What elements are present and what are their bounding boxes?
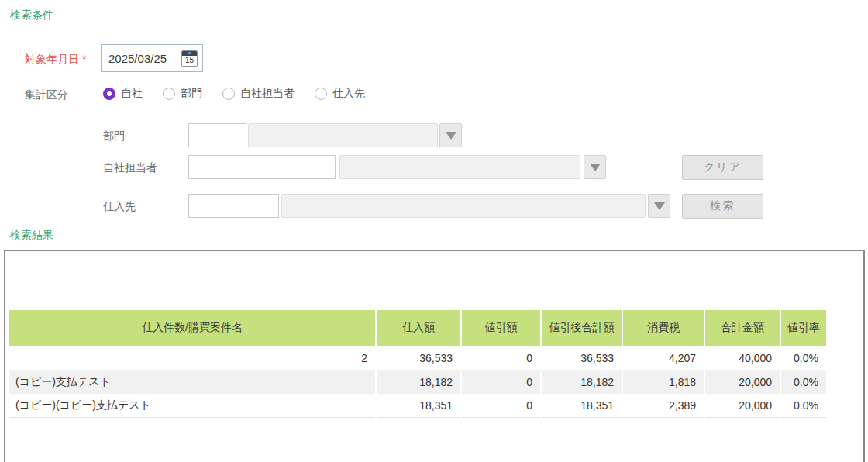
radio-label: 自社 xyxy=(121,87,143,101)
cell-after-discount: 36,533 xyxy=(542,346,622,370)
cell-after-discount: 18,351 xyxy=(542,394,622,418)
cell-purchase-amount: 36,533 xyxy=(377,346,460,370)
section-divider xyxy=(0,29,868,29)
clear-button[interactable]: クリア xyxy=(682,155,763,180)
cell-discount: 0 xyxy=(462,346,540,370)
table-row[interactable]: (コピー)(コピー)支払テスト 18,351 0 18,351 2,389 20… xyxy=(9,394,826,418)
cell-total: 20,000 xyxy=(705,394,780,418)
radio-unselected-icon[interactable] xyxy=(163,88,175,100)
radio-label: 部門 xyxy=(181,87,202,101)
cell-discount-rate: 0.0% xyxy=(781,346,826,370)
dropdown-arrow-icon xyxy=(590,164,601,171)
column-header-discount: 値引額 xyxy=(462,310,540,346)
staff-label: 自社担当者 xyxy=(103,161,157,175)
cell-total: 40,000 xyxy=(705,346,780,370)
supplier-label: 仕入先 xyxy=(103,200,136,214)
category-label: 集計区分 xyxy=(25,88,68,102)
radio-unselected-icon[interactable] xyxy=(315,88,327,100)
cell-purchase-amount: 18,182 xyxy=(377,370,460,394)
staff-code-input[interactable] xyxy=(188,155,336,179)
search-button[interactable]: 検索 xyxy=(682,194,763,219)
column-header-purchase-amount: 仕入額 xyxy=(377,310,460,346)
table-row-summary[interactable]: 2 36,533 0 36,533 4,207 40,000 0.0% xyxy=(9,346,826,370)
cell-discount: 0 xyxy=(462,370,540,394)
date-input[interactable]: 2025/03/25 15 xyxy=(101,44,203,72)
radio-label: 仕入先 xyxy=(332,87,365,101)
cell-count: 2 xyxy=(9,346,375,370)
supplier-name-display xyxy=(281,194,646,218)
cell-case-name: (コピー)(コピー)支払テスト xyxy=(9,394,375,418)
supplier-code-input[interactable] xyxy=(188,194,279,218)
app-page: 検索条件 対象年月日 * 2025/03/25 15 集計区分 自社 部門 自社… xyxy=(0,0,868,462)
dropdown-arrow-icon xyxy=(446,132,456,140)
column-header-total: 合計金額 xyxy=(705,310,780,346)
cell-purchase-amount: 18,351 xyxy=(377,394,460,418)
table-header-row: 仕入件数/購買案件名 仕入額 値引額 値引後合計額 消費税 合計金額 値引率 xyxy=(9,310,826,346)
cell-discount-rate: 0.0% xyxy=(781,394,826,418)
radio-option-own-company[interactable]: 自社 xyxy=(103,87,143,101)
category-radio-group: 自社 部門 自社担当者 仕入先 xyxy=(103,87,365,101)
cell-tax: 1,818 xyxy=(623,370,704,394)
date-label-text: 対象年月日 xyxy=(25,53,79,65)
cell-after-discount: 18,182 xyxy=(542,370,622,394)
cell-discount-rate: 0.0% xyxy=(781,370,826,394)
calendar-icon-dot xyxy=(188,52,191,54)
staff-name-display xyxy=(339,155,580,179)
cell-tax: 4,207 xyxy=(623,346,704,370)
calendar-icon[interactable]: 15 xyxy=(181,50,198,67)
radio-label: 自社担当者 xyxy=(240,87,294,101)
cell-discount: 0 xyxy=(462,394,540,418)
required-mark: * xyxy=(82,53,86,65)
radio-option-department[interactable]: 部門 xyxy=(163,87,202,101)
results-panel: 仕入件数/購買案件名 仕入額 値引額 値引後合計額 消費税 合計金額 値引率 2… xyxy=(4,250,865,462)
date-label: 対象年月日 * xyxy=(25,53,86,67)
cell-total: 20,000 xyxy=(705,370,780,394)
search-conditions-title: 検索条件 xyxy=(10,9,53,22)
department-label: 部門 xyxy=(103,129,125,143)
staff-dropdown-button[interactable] xyxy=(584,155,606,179)
department-name-display xyxy=(248,123,438,147)
radio-option-supplier[interactable]: 仕入先 xyxy=(315,87,365,101)
radio-selected-icon[interactable] xyxy=(103,88,115,100)
cell-case-name: (コピー)支払テスト xyxy=(9,370,375,394)
table-row[interactable]: (コピー)支払テスト 18,182 0 18,182 1,818 20,000 … xyxy=(9,370,826,394)
search-results-title: 検索結果 xyxy=(10,229,53,243)
column-header-discount-rate: 値引率 xyxy=(781,310,826,346)
dropdown-arrow-icon xyxy=(654,202,665,210)
cell-tax: 2,389 xyxy=(623,394,704,418)
column-header-name: 仕入件数/購買案件名 xyxy=(9,310,375,346)
calendar-icon-day: 15 xyxy=(182,56,197,66)
supplier-dropdown-button[interactable] xyxy=(648,194,670,218)
date-value: 2025/03/25 xyxy=(108,52,181,65)
results-table: 仕入件数/購買案件名 仕入額 値引額 値引後合計額 消費税 合計金額 値引率 2… xyxy=(8,310,828,418)
radio-option-staff[interactable]: 自社担当者 xyxy=(222,87,294,101)
radio-unselected-icon[interactable] xyxy=(222,88,235,100)
department-dropdown-button[interactable] xyxy=(439,123,462,147)
column-header-tax: 消費税 xyxy=(623,310,704,346)
department-code-input[interactable] xyxy=(188,123,246,147)
column-header-after-discount: 値引後合計額 xyxy=(542,310,622,346)
